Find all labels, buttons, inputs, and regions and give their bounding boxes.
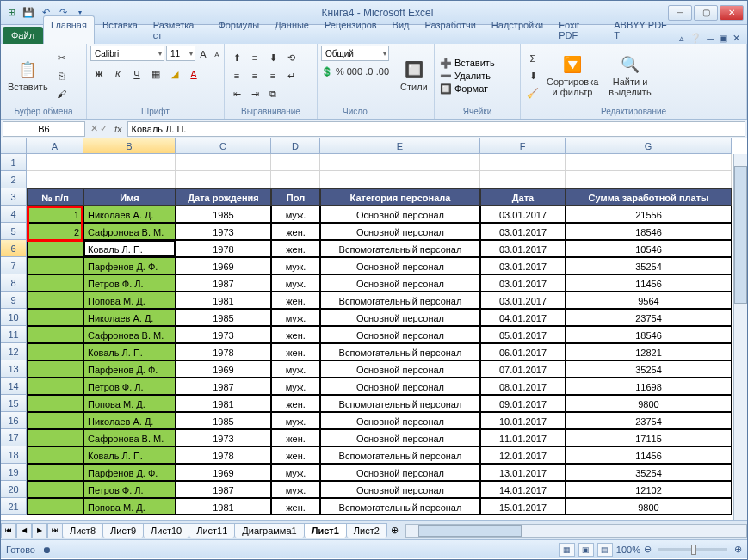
zoom-slider[interactable] <box>658 548 727 551</box>
cell-C18[interactable]: 1978 <box>176 446 271 464</box>
cell-G17[interactable]: 17115 <box>566 429 732 446</box>
help-icon[interactable]: ❔ <box>689 33 702 44</box>
cell-C10[interactable]: 1985 <box>176 309 271 326</box>
ribbon-tab-8[interactable]: Надстройки <box>484 15 551 44</box>
column-header-E[interactable]: E <box>320 138 480 154</box>
cell-E10[interactable]: Основной персонал <box>320 309 480 326</box>
ribbon-tab-5[interactable]: Рецензиров <box>317 15 385 44</box>
cell-D19[interactable]: муж. <box>271 464 320 481</box>
cell-B8[interactable]: Петров Ф. Л. <box>83 274 176 292</box>
save-icon[interactable]: 💾 <box>22 6 35 20</box>
ribbon-tab-1[interactable]: Вставка <box>95 15 145 44</box>
cell-A15[interactable] <box>27 395 83 412</box>
cell-E14[interactable]: Основной персонал <box>320 378 480 395</box>
indent-inc-icon[interactable]: ⇥ <box>246 85 263 102</box>
cell-C17[interactable]: 1973 <box>176 429 271 446</box>
row-header-17[interactable]: 17 <box>1 429 27 446</box>
cell-D20[interactable]: муж. <box>271 481 320 498</box>
cell-A4[interactable]: 1 <box>27 206 83 223</box>
cell-G11[interactable]: 18546 <box>566 326 732 343</box>
sheet-nav-first-icon[interactable]: ⏮ <box>1 523 16 538</box>
cell-F20[interactable]: 14.01.2017 <box>480 481 566 498</box>
cell-D11[interactable]: жен. <box>271 326 320 343</box>
row-header-18[interactable]: 18 <box>1 446 27 464</box>
cell-G6[interactable]: 10546 <box>566 240 732 257</box>
row-header-13[interactable]: 13 <box>1 360 27 378</box>
sheet-tab-Диаграмма1[interactable]: Диаграмма1 <box>234 523 304 538</box>
cell-A14[interactable] <box>27 378 83 395</box>
border-icon[interactable]: ▦ <box>147 65 164 83</box>
cell-E6[interactable]: Вспомогательный персонал <box>320 240 480 257</box>
cell-D2[interactable] <box>271 171 320 188</box>
cell-F8[interactable]: 03.01.2017 <box>480 274 566 292</box>
sheet-tab-Лист1[interactable]: Лист1 <box>304 523 347 538</box>
delete-cells-button[interactable]: ➖Удалить <box>438 70 497 83</box>
inc-decimal-icon[interactable]: .0 <box>363 63 375 80</box>
cell-A1[interactable] <box>27 154 83 171</box>
row-header-5[interactable]: 5 <box>1 223 27 240</box>
sheet-tab-Лист8[interactable]: Лист8 <box>62 523 103 538</box>
align-left-icon[interactable]: ≡ <box>228 67 245 84</box>
cell-A12[interactable] <box>27 343 83 360</box>
cell-E19[interactable]: Основной персонал <box>320 464 480 481</box>
cell-G9[interactable]: 9564 <box>566 292 732 309</box>
cell-C5[interactable]: 1973 <box>176 223 271 240</box>
cell-E4[interactable]: Основной персонал <box>320 206 480 223</box>
header-cell-G[interactable]: Сумма заработной платы <box>566 188 732 206</box>
select-all-corner[interactable] <box>1 138 27 154</box>
zoom-thumb[interactable] <box>691 545 696 555</box>
cell-G4[interactable]: 21556 <box>566 206 732 223</box>
cell-A21[interactable] <box>27 498 83 515</box>
format-painter-icon[interactable]: 🖌 <box>53 85 71 102</box>
sort-filter-button[interactable]: 🔽 Сортировка и фильтр <box>543 52 602 99</box>
indent-dec-icon[interactable]: ⇤ <box>228 85 245 102</box>
ribbon-tab-9[interactable]: Foxit PDF <box>551 15 606 44</box>
row-header-16[interactable]: 16 <box>1 412 27 429</box>
cell-A11[interactable] <box>27 326 83 343</box>
clear-icon[interactable]: 🧹 <box>524 84 541 102</box>
cell-D14[interactable]: муж. <box>271 378 320 395</box>
cell-D4[interactable]: муж. <box>271 206 320 223</box>
column-header-A[interactable]: A <box>27 138 83 154</box>
column-header-C[interactable]: C <box>176 138 271 154</box>
spreadsheet-grid[interactable]: ABCDEFG 123№ п/пИмяДата рожденияПолКатег… <box>1 138 747 520</box>
cell-B14[interactable]: Петров Ф. Л. <box>83 378 176 395</box>
column-header-D[interactable]: D <box>271 138 320 154</box>
cell-B18[interactable]: Коваль Л. П. <box>83 446 176 464</box>
cell-C13[interactable]: 1969 <box>176 360 271 378</box>
sheet-tab-Лист2[interactable]: Лист2 <box>346 523 387 538</box>
merge-icon[interactable]: ⧉ <box>264 85 281 102</box>
cell-G16[interactable]: 23754 <box>566 412 732 429</box>
find-select-button[interactable]: 🔍 Найти и выделить <box>603 52 657 99</box>
cell-A7[interactable] <box>27 257 83 274</box>
cell-B5[interactable]: Сафронова В. М. <box>83 223 176 240</box>
ribbon-tab-6[interactable]: Вид <box>385 15 417 44</box>
normal-view-icon[interactable]: ▦ <box>559 543 575 557</box>
ribbon-tab-2[interactable]: Разметка ст <box>145 15 211 44</box>
sheet-nav-prev-icon[interactable]: ◀ <box>16 523 32 538</box>
cell-E1[interactable] <box>320 154 480 171</box>
ribbon-tab-7[interactable]: Разработчи <box>417 15 484 44</box>
horizontal-scrollbar[interactable] <box>405 524 747 538</box>
sheet-tab-Лист10[interactable]: Лист10 <box>143 523 189 538</box>
row-header-1[interactable]: 1 <box>1 154 27 171</box>
row-header-20[interactable]: 20 <box>1 481 27 498</box>
cell-B17[interactable]: Сафронова В. М. <box>83 429 176 446</box>
cell-D13[interactable]: муж. <box>271 360 320 378</box>
cell-B2[interactable] <box>83 171 176 188</box>
row-header-14[interactable]: 14 <box>1 378 27 395</box>
minimize-ribbon-icon[interactable]: ▵ <box>679 33 684 44</box>
bold-icon[interactable]: Ж <box>90 65 108 83</box>
row-header-8[interactable]: 8 <box>1 274 27 292</box>
cell-F5[interactable]: 03.01.2017 <box>480 223 566 240</box>
cell-C14[interactable]: 1987 <box>176 378 271 395</box>
sheet-tab-Лист9[interactable]: Лист9 <box>102 523 144 538</box>
cell-C1[interactable] <box>176 154 271 171</box>
row-header-21[interactable]: 21 <box>1 498 27 515</box>
cell-B6[interactable]: Коваль Л. П. <box>83 240 176 257</box>
cell-C20[interactable]: 1987 <box>176 481 271 498</box>
cell-G10[interactable]: 23754 <box>566 309 732 326</box>
cell-F9[interactable]: 03.01.2017 <box>480 292 566 309</box>
align-bottom-icon[interactable]: ⬇ <box>264 49 281 66</box>
cell-C12[interactable]: 1978 <box>176 343 271 360</box>
